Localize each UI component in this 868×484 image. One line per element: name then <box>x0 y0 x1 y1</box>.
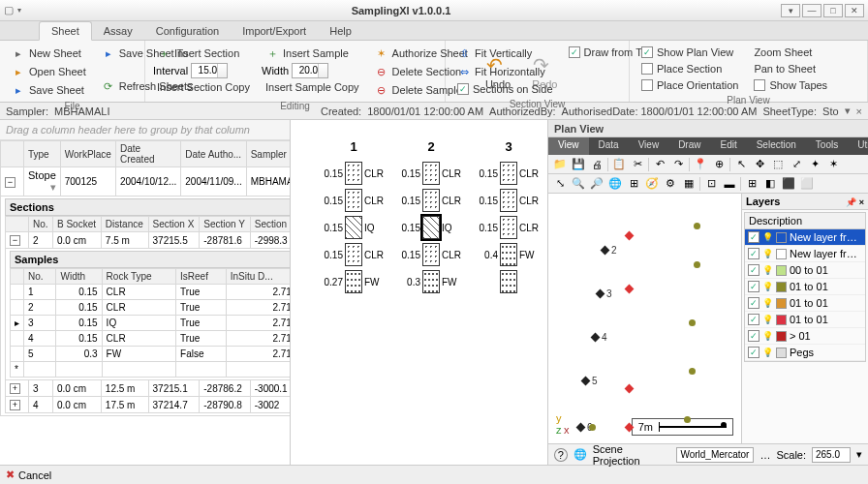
map-point[interactable] <box>694 261 700 268</box>
section-segment[interactable]: 0.15CLR <box>397 187 465 214</box>
sections-grid[interactable]: No. B Socket Distance Section X Section … <box>5 216 290 413</box>
layer-visible-check-icon[interactable] <box>748 330 760 342</box>
pv-tab[interactable]: Tools <box>806 137 848 155</box>
scene-proj-more[interactable]: … <box>760 449 770 461</box>
expand-section-icon[interactable]: + <box>10 400 20 410</box>
col-sampler[interactable]: Sampler <box>246 141 290 167</box>
pv-tool-button[interactable]: ⊞ <box>626 176 641 192</box>
map-point[interactable] <box>689 368 696 375</box>
pv-tool-button[interactable]: ✥ <box>752 157 767 172</box>
close-button[interactable]: ✕ <box>845 4 864 17</box>
pv-tool-button[interactable]: ▦ <box>681 176 697 192</box>
pv-tool-button[interactable]: ⊞ <box>744 176 760 192</box>
map-point[interactable] <box>625 285 635 294</box>
layer-row[interactable]: 💡Pegs <box>745 345 865 361</box>
layer-lightbulb-icon[interactable]: 💡 <box>762 348 773 357</box>
info-dropdown[interactable]: ▾ <box>845 105 851 117</box>
section-segment[interactable]: 0.15CLR <box>320 160 388 187</box>
layer-row[interactable]: 💡00 to 01 <box>745 262 865 279</box>
interval-input[interactable]: 15.0 <box>191 63 228 78</box>
layer-lightbulb-icon[interactable]: 💡 <box>762 249 773 258</box>
col-sectionz[interactable]: Section Z <box>250 217 290 232</box>
pan-to-sheet-button[interactable]: Pan to Sheet <box>750 61 831 76</box>
layer-lightbulb-icon[interactable]: 💡 <box>762 265 773 275</box>
map-point[interactable] <box>589 424 596 431</box>
section-segment[interactable]: 0.3FW <box>397 268 465 295</box>
col-samp-insitu[interactable]: InSitu D... <box>226 269 290 285</box>
layer-visible-check-icon[interactable] <box>748 231 760 243</box>
scale-dropdown[interactable]: ▾ <box>856 448 862 461</box>
pv-tool-button[interactable]: 🧭 <box>644 176 660 192</box>
layer-visible-check-icon[interactable] <box>748 281 760 292</box>
pv-tool-button[interactable]: ⬚ <box>770 157 786 172</box>
pv-tool-button[interactable]: 📁 <box>552 157 568 172</box>
col-samp-rock[interactable]: Rock Type <box>102 269 175 285</box>
layer-lightbulb-icon[interactable]: 💡 <box>762 282 773 291</box>
section-column[interactable]: 20.15CLR0.15CLR0.15IQ0.15CLR0.3FW <box>397 139 465 295</box>
section-segment[interactable]: 0.15CLR <box>320 187 388 214</box>
expand-section-icon[interactable]: + <box>10 383 20 394</box>
section-segment[interactable]: 0.4FW <box>475 241 542 268</box>
tab-importexport[interactable]: Import/Export <box>231 22 318 40</box>
sample-row[interactable]: ▸30.15IQTrue2.71 <box>11 316 291 331</box>
layer-row[interactable]: 💡> 01 <box>745 328 865 345</box>
minimize-button[interactable]: — <box>802 4 822 17</box>
section-row[interactable]: + 3 0.0 cm 12.5 m 37215.1 -28786.2 -3000… <box>6 380 291 397</box>
pv-tool-button[interactable]: ⊡ <box>703 176 719 192</box>
pv-tool-button[interactable]: ⤢ <box>789 157 804 172</box>
pv-tool-button[interactable]: ✂ <box>630 157 645 172</box>
pv-tool-button[interactable]: 📍 <box>693 157 708 172</box>
pv-tool-button[interactable]: ⬛ <box>781 176 796 192</box>
insert-sample-button[interactable]: ＋Insert Sample <box>262 45 363 62</box>
pv-tab[interactable]: Edit <box>710 137 746 155</box>
col-sectiony[interactable]: Section Y <box>200 217 251 232</box>
expand-main-icon[interactable]: − <box>5 177 16 188</box>
layer-lightbulb-icon[interactable]: 💡 <box>762 232 773 242</box>
pv-tool-button[interactable]: 🔍 <box>571 176 586 192</box>
scale-input[interactable] <box>812 447 851 463</box>
expand-section-icon[interactable]: − <box>10 235 20 246</box>
col-samp-no[interactable]: No. <box>24 269 56 285</box>
section-segment[interactable]: 0.15IQ <box>397 214 465 241</box>
help-icon[interactable]: ? <box>554 448 568 462</box>
plan-view-canvas[interactable]: y z x 7m 23456 <box>548 194 742 443</box>
pv-tool-button[interactable]: 🔎 <box>589 176 604 192</box>
col-samp-width[interactable]: Width <box>56 269 102 285</box>
section-segment[interactable] <box>475 268 542 295</box>
pv-tool-button[interactable]: ↖ <box>733 157 749 172</box>
section-segment[interactable]: 0.15CLR <box>397 241 465 268</box>
layer-lightbulb-icon[interactable]: 💡 <box>762 315 773 324</box>
open-sheet-button[interactable]: ▸Open Sheet <box>8 63 90 80</box>
sample-row[interactable]: 50.3FWFalse2.71 <box>11 347 291 362</box>
pv-tab[interactable]: View <box>548 137 589 155</box>
info-close[interactable]: × <box>856 106 862 117</box>
tab-sheet[interactable]: Sheet <box>39 21 92 41</box>
pv-tab[interactable]: Utilities <box>848 137 868 155</box>
pv-tab[interactable]: View <box>629 137 669 155</box>
section-segment[interactable]: 0.15CLR <box>475 214 542 241</box>
redo-button[interactable]: ↷Redo <box>526 51 563 92</box>
section-column[interactable]: 30.15CLR0.15CLR0.15CLR0.4FW <box>475 139 542 295</box>
place-section-toggle[interactable]: Place Section <box>637 61 742 76</box>
pv-tool-button[interactable]: 🖨 <box>589 157 604 172</box>
show-tapes-toggle[interactable]: Show Tapes <box>750 77 831 93</box>
place-orientation-toggle[interactable]: Place Orientation <box>637 77 742 93</box>
section-row[interactable]: + 4 0.0 cm 17.5 m 37214.7 -28790.8 -3002 <box>6 397 291 413</box>
pv-tool-button[interactable]: 📋 <box>611 157 627 172</box>
col-datecreated[interactable]: Date Created <box>115 141 180 167</box>
layer-row[interactable]: 💡01 to 01 <box>745 295 865 312</box>
pv-tab[interactable]: Draw <box>668 137 710 155</box>
col-sectionx[interactable]: Section X <box>148 217 200 232</box>
map-point[interactable] <box>689 319 696 326</box>
pv-tool-button[interactable]: ✦ <box>807 157 822 172</box>
layer-visible-check-icon[interactable] <box>748 264 760 276</box>
pv-tool-button[interactable]: 💾 <box>571 157 586 172</box>
map-point[interactable] <box>576 423 586 433</box>
section-view[interactable]: 10.15CLR0.15CLR0.15IQ0.15CLR0.27FW20.15C… <box>291 120 548 465</box>
pv-tool-button[interactable]: ▬ <box>722 176 737 192</box>
map-point[interactable] <box>581 377 591 386</box>
layer-lightbulb-icon[interactable]: 💡 <box>762 298 773 308</box>
section-segment[interactable]: 0.15CLR <box>320 241 388 268</box>
section-column[interactable]: 10.15CLR0.15CLR0.15IQ0.15CLR0.27FW <box>320 139 388 295</box>
new-sheet-button[interactable]: ▸New Sheet <box>8 45 90 62</box>
